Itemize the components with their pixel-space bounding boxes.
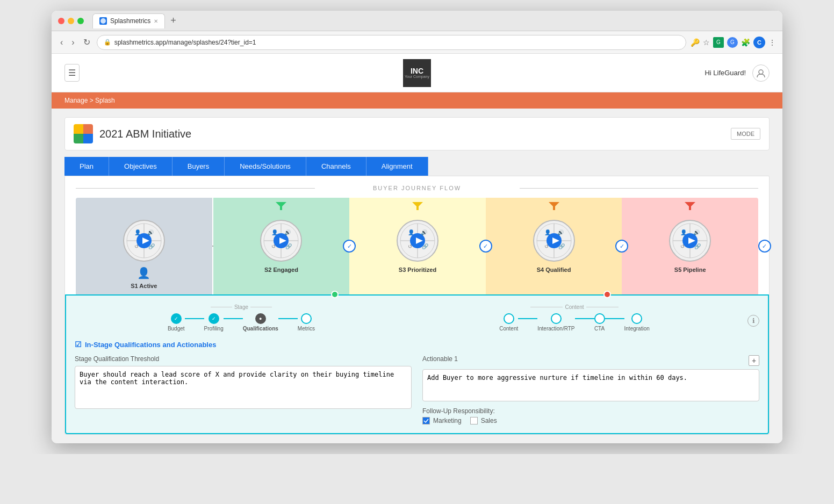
funnel-s2	[275, 201, 287, 211]
step-label-integration: Integration	[624, 326, 650, 332]
stage-s1[interactable]: 🔊 🔗 ↺ 👤 👤 S1 Active	[76, 198, 212, 294]
account-icon[interactable]: C	[753, 37, 765, 48]
step-content[interactable]: Content	[499, 313, 518, 332]
address-bar[interactable]: 🔒 splashmetrics.app/manage/splashes/24?t…	[97, 35, 686, 50]
step-circle-interaction[interactable]	[551, 313, 562, 324]
tab-objectives[interactable]: Objectives	[109, 157, 172, 176]
step-circle-budget[interactable]: ✓	[171, 313, 182, 324]
step-qualifications[interactable]: ● Qualifications	[243, 313, 278, 332]
tab-plan[interactable]: Plan	[64, 157, 109, 176]
stage-label-s1: S1 Active	[131, 283, 157, 289]
step-circle-cta[interactable]	[594, 313, 605, 324]
step-interaction[interactable]: Interaction/RTP	[537, 313, 574, 332]
tab-channels[interactable]: Channels	[306, 157, 366, 176]
step-circle-qualifications[interactable]: ●	[255, 313, 266, 324]
user-avatar[interactable]	[752, 64, 770, 82]
check-s3: ✓	[479, 240, 492, 253]
stage-label-s4: S4 Qualified	[537, 267, 571, 273]
step-circle-content[interactable]	[504, 313, 514, 324]
stage-s4[interactable]: 🔊 🔗 ↺ 👤 ✓ S4 Qualified	[486, 198, 622, 294]
step-label-cta: CTA	[594, 326, 605, 332]
lock-icon: 🔒	[104, 39, 111, 46]
connector-s1-s2	[212, 198, 213, 294]
breadcrumb-separator: >	[90, 97, 95, 104]
header-right: Hi LifeGuard!	[704, 64, 770, 82]
sales-checkbox-item[interactable]: Sales	[470, 417, 497, 424]
sales-checkbox[interactable]	[470, 417, 478, 424]
check-heading-icon: ☑	[75, 340, 82, 349]
step-circle-integration[interactable]	[631, 313, 642, 324]
puzzle-icon[interactable]: 🧩	[741, 38, 750, 47]
stage-s3[interactable]: 🔊 🔗 ↺ 👤 ✓ S3 Prioritized	[349, 198, 486, 294]
actionable-textarea[interactable]: Add Buyer to more aggressive nurture if …	[422, 369, 759, 401]
stage-s5[interactable]: 🔊 🔗 ↺ 👤 ✓ S5 Pipeline	[622, 198, 758, 294]
checkbox-row: Marketing Sales	[422, 417, 759, 424]
breadcrumb-manage[interactable]: Manage	[64, 97, 90, 104]
funnel-s4	[548, 201, 560, 211]
step-circle-profiling[interactable]: ✓	[208, 313, 219, 324]
step-circle-metrics[interactable]	[301, 313, 312, 324]
step-label-qualifications: Qualifications	[243, 326, 278, 332]
menu-icon[interactable]: ⋮	[768, 38, 776, 47]
hamburger-button[interactable]: ☰	[64, 64, 80, 82]
step-metrics[interactable]: Metrics	[298, 313, 315, 332]
app-header: ☰ INC Your Company Hi LifeGuard!	[52, 54, 782, 92]
qual-left-panel: Stage Qualification Threshold Buyer shou…	[75, 355, 412, 424]
tab-alignment[interactable]: Alignment	[366, 157, 428, 176]
marketing-checkbox[interactable]	[422, 417, 430, 424]
check-s2: ✓	[343, 240, 356, 253]
forward-button[interactable]: ›	[69, 35, 76, 49]
stage-s2[interactable]: 🔊 🔗 ↺ 👤 ✓ S2 Engaged	[213, 198, 350, 294]
follow-up-label: Follow-Up Responsibility:	[422, 407, 759, 415]
stage-section-label: Stage	[211, 304, 272, 310]
extension-icon-2[interactable]: G	[727, 37, 738, 48]
step-integration[interactable]: Integration	[624, 313, 650, 332]
star-icon[interactable]: ☆	[703, 38, 710, 47]
step-line-1	[185, 318, 204, 319]
sales-label: Sales	[481, 417, 497, 424]
tab-buyers[interactable]: Buyers	[172, 157, 225, 176]
step-budget[interactable]: ✓ Budget	[168, 313, 185, 332]
back-button[interactable]: ‹	[58, 35, 65, 49]
actionable-header: Actionable 1 +	[422, 355, 759, 366]
qual-content-row: Stage Qualification Threshold Buyer shou…	[75, 355, 759, 424]
step-label-interaction: Interaction/RTP	[537, 326, 574, 332]
check-s4: ✓	[615, 240, 628, 253]
tab-needs-solutions[interactable]: Needs/Solutions	[225, 157, 306, 176]
step-profiling[interactable]: ✓ Profiling	[204, 313, 224, 332]
stage-label-s3: S3 Prioritized	[399, 267, 436, 273]
traffic-lights	[58, 18, 84, 24]
svg-marker-33	[685, 202, 695, 210]
content-section-label: Content	[530, 304, 618, 310]
tab-bar: Splashmetrics ✕ +	[92, 13, 179, 28]
key-icon[interactable]: 🔑	[691, 38, 700, 47]
marketing-label: Marketing	[433, 417, 462, 424]
close-button[interactable]	[58, 18, 64, 24]
nav-tabs: Plan Objectives Buyers Needs/Solutions C…	[64, 157, 770, 176]
tab-close-icon[interactable]: ✕	[154, 18, 158, 24]
step-label-profiling: Profiling	[204, 326, 224, 332]
step-cta[interactable]: CTA	[594, 313, 605, 332]
reload-button[interactable]: ↻	[81, 35, 92, 49]
info-icon[interactable]: ℹ	[747, 315, 759, 327]
svg-point-0	[100, 18, 106, 24]
wheel-s4: 🔊 🔗 ↺ 👤	[533, 219, 576, 262]
browser-titlebar: Splashmetrics ✕ +	[52, 11, 782, 31]
breadcrumb-bar: Manage > Splash	[52, 92, 782, 109]
minimize-button[interactable]	[68, 18, 74, 24]
mode-button[interactable]: MODE	[731, 128, 760, 140]
journey-title: BUYER JOURNEY FLOW	[76, 185, 758, 191]
threshold-textarea[interactable]: Buyer should reach a lead score of X and…	[75, 366, 412, 409]
new-tab-button[interactable]: +	[167, 15, 179, 26]
extension-icon-1[interactable]: G	[713, 37, 724, 48]
browser-tab[interactable]: Splashmetrics ✕	[92, 13, 165, 28]
step-label-metrics: Metrics	[298, 326, 315, 332]
wheel-s5: 🔊 🔗 ↺ 👤	[668, 219, 711, 262]
fullscreen-button[interactable]	[77, 18, 84, 24]
add-actionable-button[interactable]: +	[749, 355, 759, 366]
initiative-title: 2021 ABM Initiative	[99, 128, 191, 140]
tab-title: Splashmetrics	[110, 17, 150, 25]
initiative-header: 2021 ABM Initiative MODE	[64, 117, 770, 150]
marketing-checkbox-item[interactable]: Marketing	[422, 417, 462, 424]
svg-marker-17	[412, 202, 423, 210]
